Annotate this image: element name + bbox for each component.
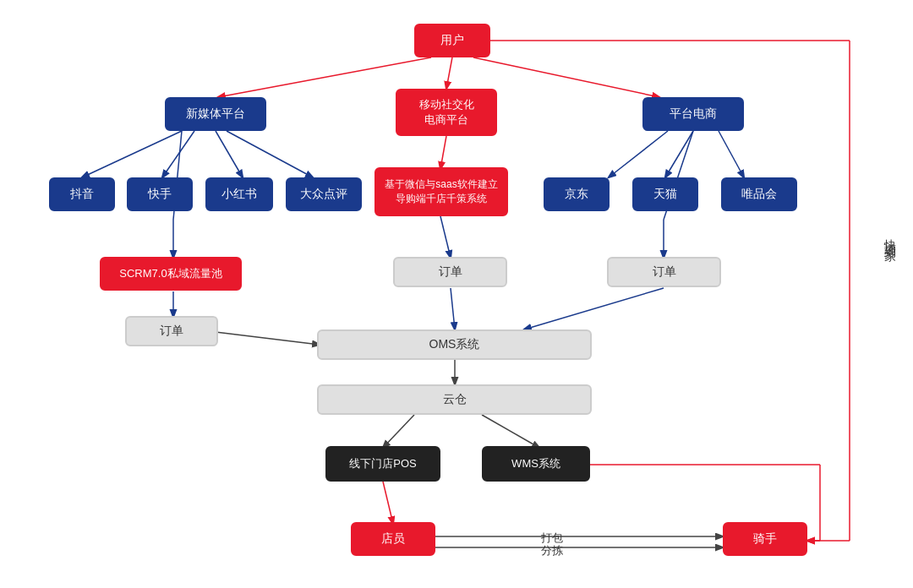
- svg-line-17: [216, 332, 320, 345]
- svg-line-18: [451, 288, 455, 329]
- node-new-media: 新媒体平台: [165, 97, 266, 131]
- node-yuncang: 云仓: [317, 384, 592, 415]
- svg-line-3: [82, 131, 182, 177]
- node-platform-ecom: 平台电商: [642, 97, 744, 131]
- node-order1: 订单: [125, 316, 218, 346]
- svg-line-7: [440, 136, 446, 169]
- node-xiaohongshu: 小红书: [205, 177, 273, 211]
- node-order2: 订单: [393, 257, 507, 287]
- node-rider: 骑手: [723, 522, 807, 556]
- node-order3: 订单: [607, 257, 721, 287]
- svg-line-1: [446, 57, 452, 89]
- node-oms: OMS系统: [317, 329, 592, 360]
- node-dianping: 大众点评: [286, 177, 362, 211]
- svg-line-22: [482, 415, 539, 448]
- diagram-container: 用户 新媒体平台 移动社交化电商平台 平台电商 抖音 快手 小红书 大众点评 基…: [0, 0, 913, 588]
- node-wechat-saas: 基于微信与saas软件建立导购端千店千策系统: [374, 167, 508, 216]
- svg-line-10: [719, 131, 744, 177]
- svg-line-13: [440, 216, 451, 258]
- svg-line-23: [383, 482, 393, 524]
- svg-line-8: [609, 131, 668, 177]
- node-tianmao: 天猫: [632, 177, 698, 211]
- label-fenxuan: 分拣: [541, 543, 563, 558]
- svg-line-21: [383, 415, 414, 448]
- node-wms: WMS系统: [482, 446, 590, 482]
- node-mobile-ecom: 移动社交化电商平台: [396, 89, 497, 136]
- node-kuaishou: 快手: [127, 177, 193, 211]
- svg-line-19: [524, 288, 664, 329]
- svg-line-2: [473, 57, 659, 97]
- node-staff: 店员: [351, 522, 435, 556]
- node-scrm: SCRM7.0私域流量池: [100, 257, 242, 291]
- node-vipshop: 唯品会: [721, 177, 797, 211]
- node-user: 用户: [414, 24, 490, 57]
- svg-line-4: [162, 131, 194, 177]
- node-pos: 线下门店POS: [325, 446, 440, 482]
- node-douyin: 抖音: [49, 177, 115, 211]
- svg-line-6: [227, 131, 313, 177]
- node-jingdong: 京东: [544, 177, 610, 211]
- svg-line-5: [216, 131, 243, 177]
- svg-line-9: [665, 131, 693, 177]
- label-kuaidi: 快递到家: [883, 169, 898, 304]
